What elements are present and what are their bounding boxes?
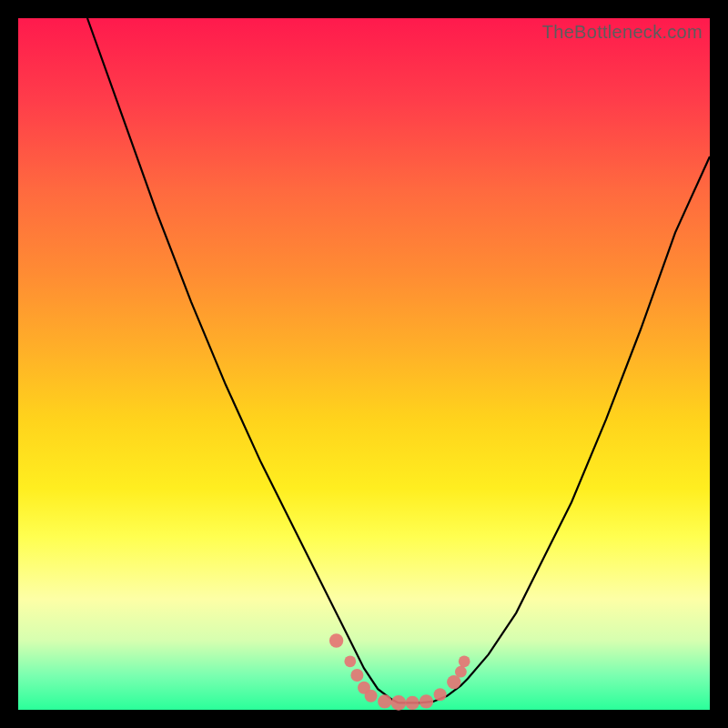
watermark-text: TheBottleneck.com — [542, 22, 703, 43]
trough-marker — [447, 675, 460, 689]
trough-marker — [391, 695, 407, 711]
trough-marker — [406, 696, 420, 710]
trough-markers — [329, 633, 470, 710]
trough-marker — [459, 655, 470, 667]
curve-left-branch — [87, 18, 399, 703]
trough-marker — [378, 694, 391, 708]
trough-marker — [329, 633, 343, 647]
chart-frame: TheBottleneck.com — [18, 18, 710, 710]
plot-area: TheBottleneck.com — [18, 18, 710, 710]
trough-marker — [434, 688, 447, 701]
chart-svg — [18, 18, 710, 710]
trough-marker — [455, 666, 467, 678]
trough-marker — [365, 690, 378, 703]
trough-marker — [350, 669, 363, 682]
trough-marker — [344, 655, 356, 667]
trough-marker — [420, 694, 433, 708]
curve-right-branch — [399, 157, 710, 703]
